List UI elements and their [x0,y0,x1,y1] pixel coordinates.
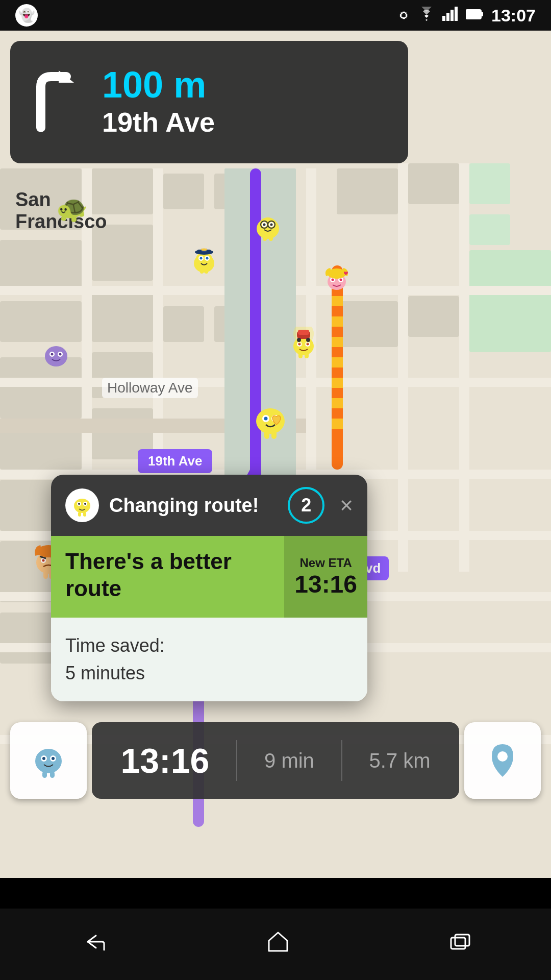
svg-point-100 [306,338,310,342]
navigation-header: 100 m 19th Ave [10,41,408,163]
bottom-divider-2 [341,740,342,781]
svg-point-135 [52,757,55,760]
back-button[interactable] [81,932,106,957]
svg-point-104 [51,353,54,356]
map-character-5 [286,327,321,369]
19th-ave-map-label: 19th Ave [138,449,212,473]
svg-point-99 [297,338,301,342]
svg-rect-77 [200,268,204,274]
notification-main-text: There's a better route [51,536,284,618]
svg-point-131 [35,749,62,773]
svg-rect-55 [332,357,343,368]
svg-point-127 [78,503,80,505]
svg-rect-31 [469,250,551,352]
svg-rect-130 [83,512,86,517]
close-button[interactable]: × [340,493,353,518]
svg-rect-5 [481,12,483,16]
nav-distance: 100 m [102,66,215,103]
svg-rect-1 [446,13,449,21]
svg-rect-78 [205,268,208,274]
svg-rect-140 [455,935,469,946]
svg-rect-2 [450,10,454,21]
notification-body-green[interactable]: There's a better route New ETA 13:16 [51,536,367,618]
svg-point-128 [84,503,86,505]
home-button[interactable] [267,930,289,958]
android-nav-bar [0,909,551,980]
svg-rect-95 [305,352,309,358]
bottom-bar: 13:16 9 min 5.7 km [0,715,551,806]
svg-rect-11 [92,225,153,281]
svg-rect-129 [78,512,81,517]
wifi-icon [418,7,435,24]
svg-point-64 [263,224,266,226]
waze-logo-icon: 👻 [15,4,38,27]
notification-header: Changing route! 2 × [51,475,367,536]
notification-title: Changing route! [109,495,278,517]
bottom-eta-time: 13:16 [120,741,209,780]
bottom-center-bar: 13:16 9 min 5.7 km [92,722,459,799]
recents-button[interactable] [450,932,470,957]
svg-point-138 [497,751,508,762]
status-time: 13:07 [491,6,536,26]
svg-rect-8 [0,240,82,291]
svg-rect-121 [43,572,48,579]
turn-arrow [26,61,87,143]
svg-rect-0 [442,16,445,21]
notification-eta-time: 13:16 [294,570,357,598]
svg-rect-58 [332,419,343,429]
svg-rect-137 [50,771,55,778]
svg-rect-15 [408,163,459,204]
svg-point-65 [270,224,273,226]
map-character-3 [189,245,219,287]
holloway-ave-label: Holloway Ave [102,378,198,398]
svg-rect-14 [337,168,398,214]
svg-rect-112 [271,431,277,439]
status-bar: 👻 ⭘ 13:07 [0,0,551,31]
svg-rect-53 [332,316,343,327]
svg-rect-111 [264,431,269,439]
svg-rect-19 [0,429,82,470]
notification-eta-label: New ETA [300,556,352,570]
svg-rect-16 [469,163,510,204]
svg-rect-94 [298,352,303,358]
svg-rect-36 [459,163,469,572]
svg-rect-54 [332,337,343,347]
svg-rect-28 [408,296,459,337]
svg-point-106 [256,408,285,434]
svg-rect-17 [469,214,510,245]
svg-rect-56 [332,378,343,388]
svg-rect-9 [0,301,82,342]
svg-point-76 [206,257,209,260]
bottom-divider [236,740,237,781]
svg-rect-136 [42,771,47,778]
svg-rect-25 [163,306,204,342]
nav-street: 19th Ave [102,106,215,138]
svg-rect-66 [263,235,267,241]
svg-rect-35 [398,163,408,572]
svg-rect-21 [92,291,153,342]
svg-point-87 [340,279,342,281]
bottom-duration: 9 min [264,749,314,772]
svg-point-134 [42,757,45,760]
notification-countdown: 2 [288,487,324,524]
svg-point-75 [200,257,203,260]
svg-point-101 [45,346,67,366]
map-area: San Francisco Holloway Ave 19th Ave vd 🐢 [0,31,551,878]
waze-menu-button[interactable] [10,722,87,799]
notification-waze-icon [65,488,99,522]
svg-rect-139 [451,938,465,949]
map-character-1: 🐢 [56,194,88,224]
status-right: ⭘ 13:07 [397,6,536,26]
nav-info: 100 m 19th Ave [102,66,215,138]
notification-eta-block: New ETA 13:16 [284,536,367,618]
map-character-4 [321,265,352,302]
status-left: 👻 [15,4,38,27]
location-button[interactable] [464,722,541,799]
svg-point-109 [264,417,268,421]
svg-point-86 [332,279,334,281]
svg-rect-57 [332,398,343,408]
svg-point-116 [42,559,45,562]
notification-card[interactable]: Changing route! 2 × There's a better rou… [51,475,367,701]
svg-point-124 [74,499,90,513]
svg-rect-3 [455,7,458,21]
